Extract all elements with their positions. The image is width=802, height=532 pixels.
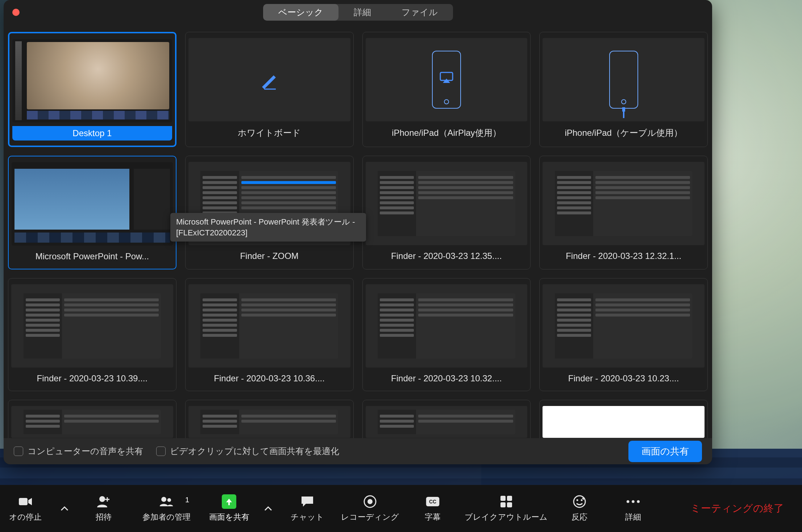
checkbox-icon: [14, 447, 23, 456]
svg-rect-1: [622, 107, 625, 112]
svg-point-5: [161, 497, 166, 502]
tab-basic[interactable]: ベーシック: [263, 4, 338, 21]
end-meeting-button[interactable]: ミーティングの終了: [690, 502, 784, 515]
source-row-3: Finder - 2020-03-23 10.39.... Finder - 2…: [8, 278, 708, 391]
source-whiteboard[interactable]: ホワイトボード: [185, 32, 354, 147]
source-row-4: [8, 400, 708, 438]
share-menu-button[interactable]: [261, 498, 275, 519]
toolbar-label: チャット: [291, 512, 324, 523]
source-partial[interactable]: [539, 400, 708, 438]
chat-button[interactable]: チャット: [286, 494, 329, 523]
tab-segmented-control: ベーシック 詳細 ファイル: [263, 4, 453, 21]
toolbar-label: 招待: [96, 512, 112, 523]
toolbar-label: 詳細: [625, 512, 641, 523]
share-screen-button[interactable]: 画面の共有: [628, 441, 702, 462]
more-icon: [626, 494, 640, 509]
cable-icon: [621, 107, 626, 118]
svg-point-17: [581, 499, 583, 501]
svg-point-6: [167, 498, 171, 502]
source-desktop-1[interactable]: Desktop 1: [8, 32, 176, 147]
subtitles-button[interactable]: CC 字幕: [411, 494, 454, 523]
svg-rect-14: [507, 502, 512, 507]
invite-button[interactable]: 招待: [82, 494, 125, 523]
share-screen-toolbar-button[interactable]: 画面を共有: [207, 494, 251, 523]
source-label: Finder - 2020-03-23 10.32....: [366, 371, 528, 386]
reactions-button[interactable]: 反応: [558, 494, 601, 523]
svg-rect-11: [500, 496, 506, 501]
source-finder-1232[interactable]: Finder - 2020-03-23 12.32.1...: [539, 156, 708, 269]
source-label: iPhone/iPad（ケーブル使用）: [543, 125, 705, 141]
source-finder-zoom[interactable]: Finder - ZOOM: [185, 156, 354, 269]
source-partial[interactable]: [362, 400, 531, 438]
source-label: Finder - 2020-03-23 10.36....: [188, 371, 350, 386]
video-menu-button[interactable]: [57, 498, 72, 519]
participants-count: 1: [185, 496, 189, 504]
checkbox-optimize-video[interactable]: ビデオクリップに対して画面共有を最適化: [156, 445, 339, 457]
source-label: Finder - 2020-03-23 12.32.1...: [543, 249, 705, 263]
grid-icon: [499, 494, 514, 509]
camera-icon: [18, 494, 33, 509]
invite-icon: [96, 494, 111, 509]
cc-icon: CC: [425, 494, 440, 509]
source-finder-1036[interactable]: Finder - 2020-03-23 10.36....: [185, 278, 354, 391]
source-row-1: Desktop 1 ホワイトボード: [8, 32, 708, 147]
source-partial[interactable]: [8, 400, 176, 438]
people-icon: [159, 494, 174, 509]
source-finder-1032[interactable]: Finder - 2020-03-23 10.32....: [362, 278, 531, 391]
tooltip: Microsoft PowerPoint - PowerPoint 発表者ツール…: [170, 213, 366, 242]
smiley-icon: [572, 494, 587, 509]
source-cable[interactable]: iPhone/iPad（ケーブル使用）: [539, 32, 708, 147]
svg-rect-3: [19, 498, 28, 505]
participants-button[interactable]: 1 参加者の管理: [136, 494, 197, 523]
chevron-up-icon: [61, 506, 68, 511]
source-airplay[interactable]: iPhone/iPad（AirPlay使用）: [362, 32, 531, 147]
tab-files[interactable]: ファイル: [386, 4, 453, 21]
svg-rect-13: [500, 502, 506, 507]
svg-point-16: [577, 499, 578, 501]
device-icon: [609, 51, 638, 109]
chat-icon: [300, 494, 315, 509]
dialog-bottom-bar: コンピューターの音声を共有 ビデオクリップに対して画面共有を最適化 画面の共有: [4, 438, 712, 464]
source-finder-1023[interactable]: Finder - 2020-03-23 10.23....: [539, 278, 708, 391]
source-powerpoint[interactable]: Microsoft PowerPoint - Pow...: [8, 156, 176, 269]
checkbox-icon: [156, 447, 166, 456]
source-label: Microsoft PowerPoint - Pow...: [12, 249, 173, 264]
toolbar-label: 参加者の管理: [142, 512, 191, 523]
svg-point-8: [367, 499, 373, 504]
tab-advanced[interactable]: 詳細: [338, 4, 386, 21]
svg-point-19: [632, 500, 635, 503]
checkbox-label: コンピューターの音声を共有: [28, 445, 143, 457]
checkbox-share-audio[interactable]: コンピューターの音声を共有: [14, 445, 143, 457]
toolbar-label: 反応: [572, 512, 587, 523]
source-row-2: Microsoft PowerPoint - Pow... Finder - Z…: [8, 156, 708, 269]
chevron-up-icon: [264, 506, 272, 511]
toolbar-label: オの停止: [9, 512, 42, 523]
source-label: Finder - 2020-03-23 10.39....: [11, 371, 173, 386]
svg-point-18: [627, 500, 629, 503]
toolbar-label: 画面を共有: [209, 512, 249, 523]
close-icon[interactable]: [12, 9, 20, 16]
toolbar-label: ブレイクアウトルーム: [465, 512, 548, 523]
svg-rect-12: [507, 496, 512, 501]
record-button[interactable]: レコーディング: [339, 494, 401, 523]
checkbox-label: ビデオクリップに対して画面共有を最適化: [170, 445, 339, 457]
pen-icon: [258, 69, 280, 91]
stop-video-button[interactable]: オの停止: [4, 494, 47, 523]
breakout-button[interactable]: ブレイクアウトルーム: [465, 494, 548, 523]
svg-text:CC: CC: [429, 499, 436, 504]
source-label: Desktop 1: [12, 126, 172, 141]
more-button[interactable]: 詳細: [611, 494, 655, 523]
source-label: ホワイトボード: [188, 125, 350, 141]
source-finder-1235[interactable]: Finder - 2020-03-23 12.35....: [362, 156, 531, 269]
source-partial[interactable]: [185, 400, 354, 438]
meeting-toolbar: オの停止 招待 1 参加者の管理 画面を共有 チャット レコーディン: [0, 485, 802, 532]
device-icon: [432, 51, 461, 109]
share-up-icon: [222, 494, 236, 509]
svg-point-20: [637, 500, 640, 503]
source-finder-1039[interactable]: Finder - 2020-03-23 10.39....: [8, 278, 176, 391]
source-label: iPhone/iPad（AirPlay使用）: [366, 125, 528, 141]
svg-point-4: [99, 496, 105, 502]
source-label: Finder - 2020-03-23 12.35....: [366, 249, 528, 263]
dialog-header: ベーシック 詳細 ファイル: [4, 0, 712, 25]
toolbar-label: 字幕: [425, 512, 441, 523]
